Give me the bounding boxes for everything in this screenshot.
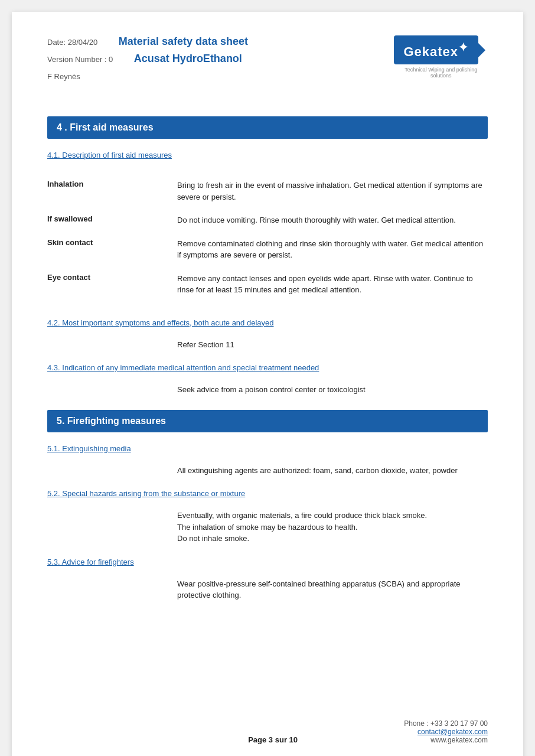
section5-header: 5. Firefighting measures [47,410,488,432]
section4-header: 4 . First aid measures [47,116,488,139]
footer-page-number: Page 3 sur 10 [142,735,404,744]
subsection-4-2: 4.2. Most important symptoms and effects… [47,317,488,351]
subsection-5-3-link[interactable]: 5.3. Advice for firefighters [47,558,134,566]
subsection-4-2-value-row: Refer Section 11 [47,339,488,351]
text-section-11-ref: Refer Section 11 [177,339,488,351]
logo-subtitle: Technical Wiping and polishing solutions [400,67,482,79]
label-swallowed: If swallowed [47,214,177,223]
label-inhalation: Inhalation [47,180,177,188]
text-skin: Remove contaminated clothing and rinse s… [177,238,488,261]
subsection-4-3: 4.3. Indication of any immediate medical… [47,362,488,396]
header-title: Material safety data sheet [119,35,248,47]
logo-container: Gekatex✦ Technical Wiping and polishing … [394,35,488,79]
footer-phone: Phone : +33 3 20 17 97 00 [404,719,488,728]
subsection-5-1-link[interactable]: 5.1. Extinguishing media [47,444,131,453]
header-date: Date: 28/04/20 [47,38,97,47]
footer-email[interactable]: contact@gekatex.com [417,728,488,736]
row-swallowed: If swallowed Do not induce vomiting. Rin… [47,214,488,226]
logo-text: Gekatex✦ [394,35,478,64]
subsection-4-1: 4.1. Description of first aid measures [47,149,488,168]
subsection-5-2-value-row: Eventually, with organic materials, a fi… [47,510,488,545]
label-skin: Skin contact [47,238,177,247]
text-inhalation: Bring to fresh air in the event of massi… [177,180,488,203]
header: Date: 28/04/20 Material safety data shee… [47,35,488,81]
subsection-5-3: 5.3. Advice for firefighters Wear positi… [47,556,488,601]
subsection-4-3-value-row: Seek advice from a poison control center… [47,384,488,396]
text-extinguishing: All extinguishing agents are authorized:… [177,465,488,477]
row-skin: Skin contact Remove contaminated clothin… [47,238,488,261]
header-left: Date: 28/04/20 Material safety data shee… [47,35,248,81]
row-eye: Eye contact Remove any contact lenses an… [47,273,488,296]
label-eye: Eye contact [47,273,177,282]
footer-website: www.gekatex.com [404,736,488,744]
subsection-4-1-link[interactable]: 4.1. Description of first aid measures [47,151,172,159]
page-footer: Page 3 sur 10 Phone : +33 3 20 17 97 00 … [47,719,488,744]
text-special-hazards: Eventually, with organic materials, a fi… [177,510,488,545]
page-document: Date: 28/04/20 Material safety data shee… [12,12,523,756]
subsection-5-1-value-row: All extinguishing agents are authorized:… [47,465,488,477]
header-author: F Reynès [47,72,248,81]
header-product: Acusat HydroEthanol [134,53,242,64]
footer-contact: Phone : +33 3 20 17 97 00 contact@gekate… [404,719,488,744]
text-swallowed: Do not induce vomiting. Rinse mouth thor… [177,214,488,226]
subsection-5-2: 5.2. Special hazards arising from the su… [47,488,488,545]
subsection-5-1: 5.1. Extinguishing media All extinguishi… [47,443,488,477]
text-firefighters-advice: Wear positive-pressure self-contained br… [177,578,488,601]
version-label: Version Number : 0 [47,55,113,64]
subsection-4-2-link[interactable]: 4.2. Most important symptoms and effects… [47,318,273,327]
row-inhalation: Inhalation Bring to fresh air in the eve… [47,180,488,203]
subsection-5-2-link[interactable]: 5.2. Special hazards arising from the su… [47,489,245,498]
text-poison-control: Seek advice from a poison control center… [177,384,488,396]
subsection-4-3-link[interactable]: 4.3. Indication of any immediate medical… [47,363,319,372]
subsection-5-3-value-row: Wear positive-pressure self-contained br… [47,578,488,601]
text-eye: Remove any contact lenses and open eyeli… [177,273,488,296]
